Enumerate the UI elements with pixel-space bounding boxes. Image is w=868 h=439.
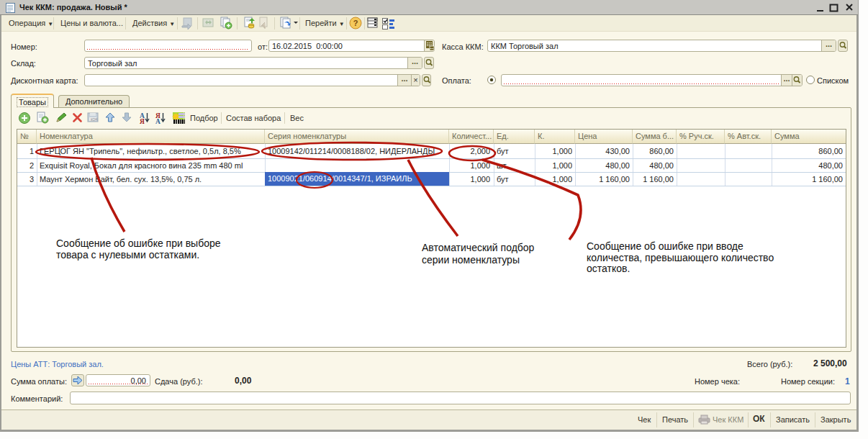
svg-text:Я: Я [140, 118, 145, 125]
svg-text:?: ? [353, 19, 358, 27]
svg-text:А: А [155, 118, 161, 125]
svg-text:КОН: КОН [91, 118, 97, 122]
